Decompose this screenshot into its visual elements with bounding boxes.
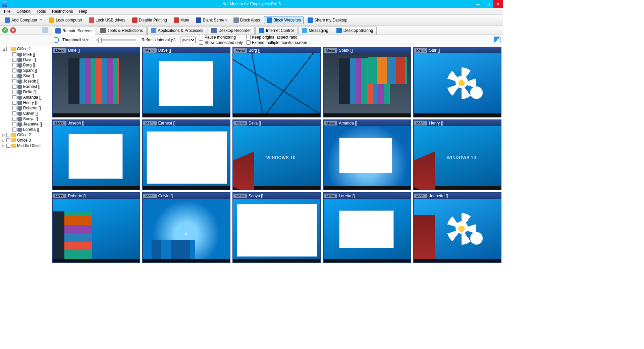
screen-tile[interactable]: MenuBorg [] xyxy=(232,47,321,117)
expand-icon[interactable]: ▷ xyxy=(2,144,5,148)
tile-menu-button[interactable]: Menu xyxy=(414,48,428,53)
tab-desktop-recorder[interactable]: Desktop Recorder xyxy=(208,26,255,35)
screen-thumbnail[interactable] xyxy=(233,126,320,190)
tree-checkbox[interactable] xyxy=(12,101,16,105)
tree-node-borg[interactable]: Borg [] xyxy=(1,62,49,68)
lock-computer-button[interactable]: Lock computer xyxy=(46,16,85,24)
tree-node-middle[interactable]: ▷Middle Office xyxy=(1,143,49,148)
screen-thumbnail[interactable] xyxy=(143,126,230,190)
tree-node-joseph[interactable]: Joseph [] xyxy=(1,79,49,84)
share-desktop-button[interactable]: Share my Desktop xyxy=(305,16,350,24)
configure-icon[interactable] xyxy=(42,27,48,33)
tile-menu-button[interactable]: Menu xyxy=(53,121,66,126)
show-connected-only-checkbox[interactable]: Show connected only xyxy=(199,40,243,45)
screen-tile[interactable]: MenuRoberto [] xyxy=(52,192,140,263)
tree-checkbox[interactable] xyxy=(12,85,16,89)
tab-remote-screens[interactable]: Remote Screens xyxy=(52,27,96,35)
screen-thumbnail[interactable] xyxy=(324,199,411,262)
screen-thumbnail[interactable] xyxy=(233,199,320,262)
tree-checkbox[interactable] xyxy=(12,95,16,99)
tile-menu-button[interactable]: Menu xyxy=(414,194,428,198)
screen-thumbnail[interactable] xyxy=(414,126,501,190)
tree-node-sonya[interactable]: Sonya [] xyxy=(1,116,49,121)
tree-checkbox[interactable] xyxy=(6,47,10,51)
tile-menu-button[interactable]: Menu xyxy=(414,121,428,126)
refresh-interval-select[interactable]: (live) xyxy=(180,37,196,43)
block-apps-button[interactable]: Block Apps xyxy=(231,16,263,24)
status-error-icon[interactable]: ✕ xyxy=(10,27,16,33)
screen-thumbnail[interactable] xyxy=(53,53,140,117)
tile-menu-button[interactable]: Menu xyxy=(233,121,247,126)
tree-checkbox[interactable] xyxy=(12,79,16,83)
screen-thumbnail[interactable] xyxy=(143,53,230,117)
computer-tree[interactable]: ◢Office 1Mike []Dave []Borg []Spark []St… xyxy=(0,45,50,272)
blank-screen-button[interactable]: Blank Screen xyxy=(193,16,229,24)
screen-tile[interactable]: MenuSpark [] xyxy=(323,47,411,117)
tree-node-jeanette[interactable]: Jeanette [] xyxy=(1,121,49,127)
tree-node-spark[interactable]: Spark [] xyxy=(1,68,49,73)
refresh-icon[interactable] xyxy=(53,37,59,43)
screen-tile[interactable]: MenuSonya [] xyxy=(232,192,321,263)
fullscreen-icon[interactable] xyxy=(494,37,500,43)
tree-checkbox[interactable] xyxy=(12,74,16,78)
tile-menu-button[interactable]: Menu xyxy=(53,194,66,198)
thumbnail-size-slider[interactable] xyxy=(96,39,136,41)
tree-checkbox[interactable] xyxy=(6,144,10,148)
tile-menu-button[interactable]: Menu xyxy=(324,194,337,198)
tree-node-loretta[interactable]: Loretta [] xyxy=(1,127,49,132)
screen-thumbnail[interactable] xyxy=(414,199,501,262)
extend-multimonitor-checkbox[interactable]: Extend multiple monitor screen xyxy=(246,40,307,45)
mute-button[interactable]: Mute xyxy=(171,16,192,24)
tab-desktop-sharing[interactable]: Desktop Sharing xyxy=(333,26,377,35)
tree-checkbox[interactable] xyxy=(12,68,16,72)
tree-checkbox[interactable] xyxy=(12,58,16,62)
tree-node-amanda[interactable]: Amanda [] xyxy=(1,95,49,100)
screen-tile[interactable]: MenuAmanda [] xyxy=(323,119,411,190)
tree-node-mike[interactable]: Mike [] xyxy=(1,52,49,57)
screen-tile[interactable]: MenuDella [] xyxy=(232,119,321,190)
tree-checkbox[interactable] xyxy=(12,122,16,126)
tile-menu-button[interactable]: Menu xyxy=(324,121,337,126)
status-ok-icon[interactable]: ✓ xyxy=(2,27,8,33)
screen-tile[interactable]: MenuStar [] xyxy=(413,47,501,117)
screen-tile[interactable]: MenuEarnest [] xyxy=(142,119,230,190)
tree-checkbox[interactable] xyxy=(12,106,16,110)
tree-node-earnest[interactable]: Earnest [] xyxy=(1,84,49,89)
tree-node-office1[interactable]: ◢Office 1 xyxy=(1,46,49,52)
block-websites-button[interactable]: Block Websites xyxy=(264,16,304,24)
tile-menu-button[interactable]: Menu xyxy=(143,194,157,198)
screen-thumbnail[interactable] xyxy=(414,53,501,117)
screen-thumbnail[interactable] xyxy=(53,126,140,190)
tile-menu-button[interactable]: Menu xyxy=(233,48,247,53)
screen-tile[interactable]: MenuMike [] xyxy=(52,47,140,117)
disable-printing-button[interactable]: Disable Printing xyxy=(129,16,170,24)
screen-tile[interactable]: MenuHenry [] xyxy=(413,119,501,190)
expand-icon[interactable]: ▷ xyxy=(2,133,5,137)
expand-icon[interactable]: ▷ xyxy=(2,139,5,142)
tree-checkbox[interactable] xyxy=(12,63,16,67)
tree-node-henry[interactable]: Henry [] xyxy=(1,100,49,105)
pause-monitoring-checkbox[interactable]: Pause monitoring xyxy=(199,35,243,40)
screen-thumbnail[interactable] xyxy=(233,53,320,117)
menu-help[interactable]: Help xyxy=(76,8,90,14)
tile-menu-button[interactable]: Menu xyxy=(143,121,157,126)
screen-tile[interactable]: MenuJoseph [] xyxy=(52,119,140,190)
screen-thumbnail[interactable] xyxy=(324,126,411,190)
window-minimize-button[interactable]: — xyxy=(473,0,483,8)
tree-checkbox[interactable] xyxy=(12,90,16,94)
tree-checkbox[interactable] xyxy=(12,117,16,121)
tree-node-calvin[interactable]: Calvin [] xyxy=(1,111,49,116)
menu-context[interactable]: Context xyxy=(14,8,33,14)
tab-tools-restrictions[interactable]: Tools & Restrictions xyxy=(97,26,146,35)
screen-tile[interactable]: MenuCalvin [] xyxy=(142,192,230,263)
tab-internet-control[interactable]: Internet Control xyxy=(255,26,298,35)
tree-node-roberto[interactable]: Roberto [] xyxy=(1,105,49,111)
keep-aspect-checkbox[interactable]: Keep original aspect ratio xyxy=(246,35,307,40)
tile-menu-button[interactable]: Menu xyxy=(324,48,337,53)
tile-menu-button[interactable]: Menu xyxy=(233,194,247,198)
window-maximize-button[interactable]: ▢ xyxy=(483,0,493,8)
screen-tile[interactable]: MenuLoretta [] xyxy=(323,192,411,263)
screen-tile[interactable]: MenuDave [] xyxy=(142,47,230,117)
screen-thumbnail[interactable] xyxy=(143,199,230,262)
tree-node-office2[interactable]: ▷Office 2 xyxy=(1,132,49,138)
